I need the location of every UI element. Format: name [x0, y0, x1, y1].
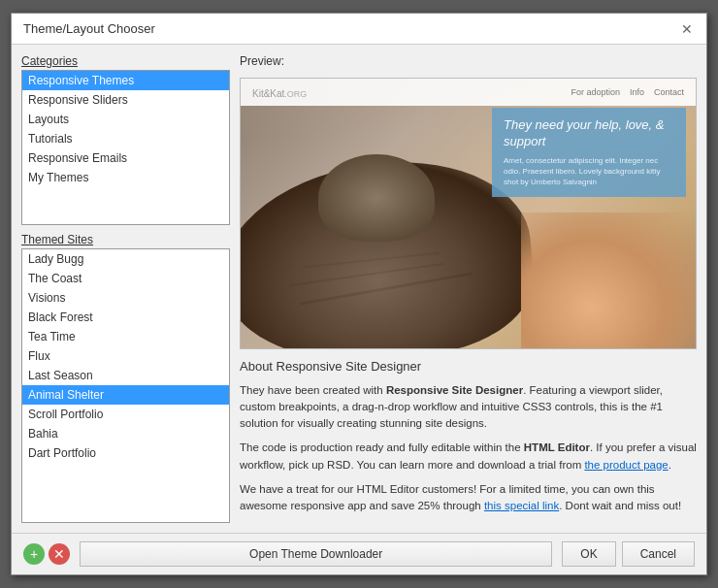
themed-sites-label: Themed Sites [21, 233, 230, 246]
themed-sites-list: Lady Bugg The Coast Visions Black Forest… [22, 249, 229, 522]
open-theme-downloader-button[interactable]: Open Theme Downloader [80, 541, 552, 567]
nav-link-adoption: For adoption [571, 87, 620, 97]
themed-site-dart-portfolio[interactable]: Dart Portfolio [22, 443, 229, 463]
cancel-button[interactable]: Cancel [622, 541, 695, 567]
bottom-left: + ✕ [23, 543, 70, 565]
category-item-responsive-emails[interactable]: Responsive Emails [22, 148, 229, 168]
nav-link-contact: Contact [654, 87, 684, 97]
about-paragraph-1: They have been created with Responsive S… [240, 382, 697, 433]
themed-site-tea-time[interactable]: Tea Time [22, 327, 229, 346]
content-area: Categories Responsive Themes Responsive … [12, 45, 706, 533]
category-item-tutorials[interactable]: Tutorials [22, 129, 229, 148]
themed-site-last-season[interactable]: Last Season [22, 366, 229, 385]
preview-site-name: Kit&Kat [252, 88, 284, 99]
category-item-responsive-themes[interactable]: Responsive Themes [22, 71, 229, 90]
themed-site-black-forest[interactable]: Black Forest [22, 308, 229, 327]
special-link[interactable]: this special link [484, 500, 559, 511]
nav-link-info: Info [630, 87, 644, 97]
preview-nav: Kit&Kat.ORG For adoption Info Contact [241, 79, 696, 106]
about-section: About Responsive Site Designer They have… [240, 357, 697, 523]
category-item-responsive-sliders[interactable]: Responsive Sliders [22, 90, 229, 110]
hero-subtext: Amet, consectetur adipiscing elit. Integ… [504, 155, 674, 188]
themed-sites-section: Themed Sites Lady Bugg The Coast Visions… [21, 233, 230, 523]
title-bar: Theme/Layout Chooser ✕ [12, 14, 706, 45]
preview-label: Preview: [240, 54, 697, 68]
bottom-bar: + ✕ Open Theme Downloader OK Cancel [12, 533, 706, 574]
categories-label: Categories [21, 54, 230, 68]
hero-overlay-box: They need your help, love, & support Ame… [492, 108, 686, 197]
ok-button[interactable]: OK [562, 541, 615, 567]
preview-inner: Kit&Kat.ORG For adoption Info Contact [241, 79, 696, 348]
categories-section: Categories Responsive Themes Responsive … [21, 54, 230, 225]
themed-site-flux[interactable]: Flux [22, 346, 229, 366]
themed-site-lady-bugg[interactable]: Lady Bugg [22, 249, 229, 269]
remove-theme-button[interactable]: ✕ [49, 543, 70, 565]
theme-layout-chooser-dialog: Theme/Layout Chooser ✕ Categories Respon… [11, 13, 707, 575]
about-text: They have been created with Responsive S… [240, 382, 697, 515]
remove-icon: ✕ [53, 547, 65, 561]
categories-list: Responsive Themes Responsive Sliders Lay… [21, 70, 230, 225]
close-button[interactable]: ✕ [679, 22, 695, 36]
themed-site-scroll-portfolio[interactable]: Scroll Portfolio [22, 405, 229, 424]
cat-head [318, 154, 435, 242]
right-panel: Preview: Kit&Kat.ORG For adoption Info C… [240, 54, 697, 523]
add-theme-button[interactable]: + [23, 543, 45, 565]
themed-site-bahia[interactable]: Bahia [22, 424, 229, 443]
dialog-title: Theme/Layout Chooser [23, 21, 155, 36]
product-page-link[interactable]: the product page [584, 459, 668, 471]
hero-heading: They need your help, love, & support [504, 117, 674, 150]
about-title: About Responsive Site Designer [240, 357, 697, 376]
about-paragraph-2: The code is production ready and fully e… [240, 440, 697, 474]
themed-site-animal-shelter[interactable]: Animal Shelter [22, 385, 229, 405]
themed-site-the-coast[interactable]: The Coast [22, 269, 229, 288]
add-icon: + [30, 547, 38, 561]
about-paragraph-3: We have a treat for our HTML Editor cust… [240, 481, 697, 515]
preview-site-tld: .ORG [284, 89, 307, 99]
action-buttons: OK Cancel [562, 541, 695, 567]
preview-logo: Kit&Kat.ORG [252, 84, 307, 100]
preview-nav-links: For adoption Info Contact [571, 87, 684, 97]
left-panel: Categories Responsive Themes Responsive … [21, 54, 230, 523]
themed-sites-container: Lady Bugg The Coast Visions Black Forest… [21, 248, 230, 523]
preview-image: Kit&Kat.ORG For adoption Info Contact [240, 78, 697, 349]
category-item-layouts[interactable]: Layouts [22, 110, 229, 129]
themed-site-visions[interactable]: Visions [22, 288, 229, 308]
preview-hero: They need your help, love, & support Ame… [241, 79, 696, 348]
category-item-my-themes[interactable]: My Themes [22, 168, 229, 187]
